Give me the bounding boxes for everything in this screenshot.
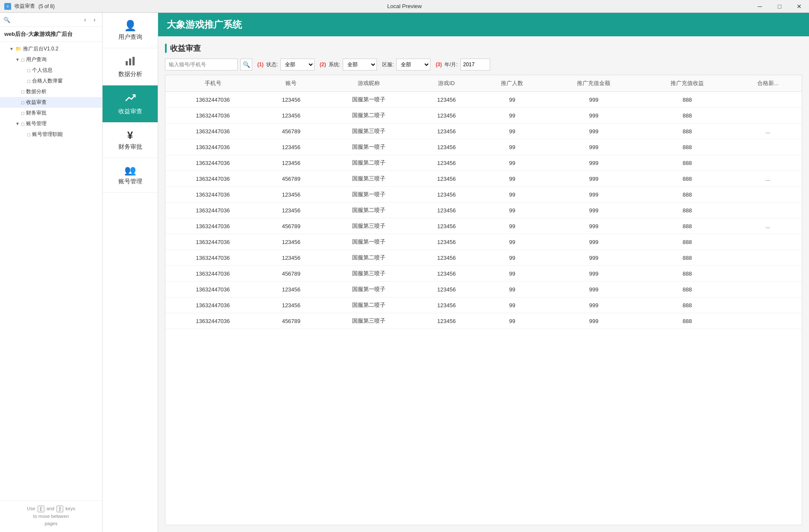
user-icon: 👤 [124, 20, 137, 32]
cell-promoters: 99 [477, 218, 547, 234]
sidebar-footer: Use { and } keys to move between pages [0, 500, 102, 532]
file-icon: □ [27, 68, 30, 73]
chevron-down-icon: ▼ [9, 47, 15, 51]
yearmonth-filter-label: 年/月: [444, 61, 458, 68]
sidebar-item-account-mgmt[interactable]: ▼ □ 账号管理 [0, 118, 102, 129]
cell-gameid: 123456 [415, 123, 477, 139]
sidebar-item-root[interactable]: ▼ 📁 推广后台V1.0.2 [0, 44, 102, 54]
cell-phone: 13632447036 [165, 203, 260, 218]
table-row[interactable]: 13632447036 456789 国服第三喷子 123456 99 999 … [165, 266, 802, 282]
cell-promoters: 99 [477, 108, 547, 123]
cell-gameid: 123456 [415, 108, 477, 123]
cell-nickname: 国服第一喷子 [322, 282, 416, 297]
table-row[interactable]: 13632447036 123456 国服第二喷子 123456 99 999 … [165, 203, 802, 218]
sidebar-item-label: 收益审查 [26, 99, 47, 106]
table-row[interactable]: 13632447036 456789 国服第三喷子 123456 99 999 … [165, 218, 802, 234]
folder-icon: □ [21, 57, 24, 62]
year-month-input[interactable] [460, 59, 490, 71]
sidebar-item-personal-info[interactable]: □ 个人信息 [0, 65, 102, 76]
cell-account: 123456 [260, 203, 322, 218]
nav-next-button[interactable]: › [90, 15, 99, 24]
cell-recharge-amount: 999 [547, 282, 641, 297]
table-row[interactable]: 13632447036 123456 国服第二喷子 123456 99 999 … [165, 108, 802, 123]
table-row[interactable]: 13632447036 123456 国服第一喷子 123456 99 999 … [165, 92, 802, 108]
cell-promoters: 99 [477, 139, 547, 155]
cell-qualified [734, 187, 802, 203]
next-key-icon: } [56, 506, 63, 512]
cell-account: 456789 [260, 266, 322, 282]
cell-recharge-amount: 999 [547, 108, 641, 123]
tab-info: ≡ 收益审查 (5 of 8) [4, 3, 55, 10]
cell-qualified: ... [734, 171, 802, 187]
region-select[interactable]: 全部 国服 外服 [396, 59, 430, 71]
nav-item-revenue-review[interactable]: 收益审查 [103, 85, 158, 123]
nav-panel: 👤 用户查询 数据分析 收益审查 ¥ 财 [103, 13, 158, 532]
cell-nickname: 国服第一喷子 [322, 187, 416, 203]
sidebar-search-input[interactable] [12, 17, 79, 23]
cell-promoters: 99 [477, 282, 547, 297]
cell-phone: 13632447036 [165, 108, 260, 123]
minimize-button[interactable]: ─ [750, 0, 770, 13]
cell-phone: 13632447036 [165, 218, 260, 234]
cell-recharge-amount: 999 [547, 155, 641, 171]
cell-recharge-revenue: 888 [641, 108, 734, 123]
nav-item-account-mgmt[interactable]: 👥 账号管理 [103, 158, 158, 193]
cell-gameid: 123456 [415, 155, 477, 171]
table-row[interactable]: 13632447036 456789 国服第三喷子 123456 99 999 … [165, 171, 802, 187]
table-row[interactable]: 13632447036 123456 国服第一喷子 123456 99 999 … [165, 282, 802, 297]
sidebar-item-qualified-popup[interactable]: □ 合格人数弹窗 [0, 76, 102, 86]
table-row[interactable]: 13632447036 123456 国服第二喷子 123456 99 999 … [165, 155, 802, 171]
prev-key-icon: { [38, 506, 44, 512]
search-button[interactable]: 🔍 [240, 59, 252, 71]
main-content: 大象游戏推广系统 收益审查 🔍 (1) 状态: [158, 13, 809, 532]
sidebar-item-user-query[interactable]: ▼ □ 用户查询 [0, 54, 102, 65]
maximize-button[interactable]: □ [770, 0, 789, 13]
cell-qualified [734, 92, 802, 108]
nav-item-user-query[interactable]: 👤 用户查询 [103, 13, 158, 48]
cell-nickname: 国服第一喷子 [322, 92, 416, 108]
table-row[interactable]: 13632447036 456789 国服第三喷子 123456 99 999 … [165, 313, 802, 329]
cell-promoters: 99 [477, 187, 547, 203]
table-row[interactable]: 13632447036 123456 国服第一喷子 123456 99 999 … [165, 139, 802, 155]
file-icon: □ [27, 79, 30, 84]
status-select[interactable]: 全部 已审核 未审核 [280, 59, 315, 71]
table-row[interactable]: 13632447036 123456 国服第一喷子 123456 99 999 … [165, 234, 802, 250]
table-row[interactable]: 13632447036 123456 国服第二喷子 123456 99 999 … [165, 297, 802, 313]
file-icon: □ [21, 89, 24, 94]
sidebar-item-data-analysis[interactable]: □ 数据分析 [0, 86, 102, 97]
app-container: 🔍 ‹ › web后台-大象游戏推广后台 ▼ 📁 推广后台V1.0.2 ▼ □ [0, 13, 809, 532]
search-input[interactable] [165, 59, 238, 71]
nav-prev-button[interactable]: ‹ [81, 15, 89, 24]
cell-nickname: 国服第一喷子 [322, 234, 416, 250]
table-row[interactable]: 13632447036 123456 国服第一喷子 123456 99 999 … [165, 187, 802, 203]
nav-item-finance-review[interactable]: ¥ 财务审批 [103, 123, 158, 158]
close-button[interactable]: ✕ [789, 0, 809, 13]
cell-nickname: 国服第三喷子 [322, 123, 416, 139]
and-text: and [47, 506, 54, 511]
table-row[interactable]: 13632447036 123456 国服第二喷子 123456 99 999 … [165, 250, 802, 266]
cell-recharge-revenue: 888 [641, 297, 734, 313]
sidebar-item-account-role[interactable]: □ 账号管理职能 [0, 129, 102, 140]
cell-recharge-amount: 999 [547, 123, 641, 139]
table-row[interactable]: 13632447036 456789 国服第三喷子 123456 99 999 … [165, 123, 802, 139]
sidebar-item-revenue-review[interactable]: □ 收益审查 [0, 97, 102, 108]
nav-item-data-analysis[interactable]: 数据分析 [103, 48, 158, 85]
cell-phone: 13632447036 [165, 266, 260, 282]
system-select[interactable]: 全部 系统A 系统B [343, 59, 377, 71]
cell-gameid: 123456 [415, 187, 477, 203]
cell-recharge-amount: 999 [547, 266, 641, 282]
sidebar-app-title: web后台-大象游戏推广后台 [0, 27, 102, 42]
cell-phone: 13632447036 [165, 234, 260, 250]
nav-item-label: 账号管理 [118, 178, 142, 185]
cell-gameid: 123456 [415, 282, 477, 297]
cell-qualified [734, 234, 802, 250]
cell-recharge-amount: 999 [547, 234, 641, 250]
cell-qualified [734, 313, 802, 329]
cell-qualified: ... [734, 123, 802, 139]
search-group: 🔍 [165, 59, 252, 71]
yearmonth-filter-num: (3) [435, 62, 442, 68]
status-filter-num: (1) [257, 62, 264, 68]
sidebar-item-finance-review[interactable]: □ 财务审批 [0, 108, 102, 118]
cell-qualified [734, 297, 802, 313]
cell-nickname: 国服第一喷子 [322, 139, 416, 155]
